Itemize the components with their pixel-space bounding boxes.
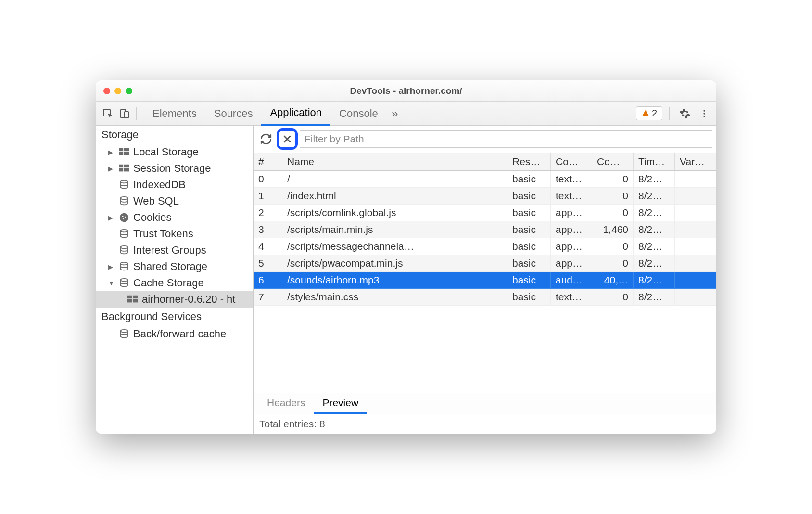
table-cell	[675, 171, 716, 188]
detail-tab-preview[interactable]: Preview	[314, 393, 367, 414]
column-header[interactable]: Var…	[675, 153, 716, 170]
sidebar-item-indexeddb[interactable]: IndexedDB	[96, 177, 253, 193]
minimize-window-button[interactable]	[114, 88, 121, 94]
table-cell: basic	[508, 171, 551, 188]
svg-rect-24	[127, 296, 132, 298]
svg-rect-7	[124, 148, 129, 151]
detail-tab-headers[interactable]: Headers	[258, 393, 314, 414]
sidebar-item-airhorner-0-6-20-ht[interactable]: airhorner-0.6.20 - ht	[96, 291, 253, 308]
table-row[interactable]: 5/scripts/pwacompat.min.jsbasicapp…08/2…	[254, 255, 716, 272]
table-cell: 8/2…	[634, 171, 675, 188]
maximize-window-button[interactable]	[126, 88, 132, 94]
table-cell: text…	[551, 171, 592, 188]
filter-input[interactable]	[300, 130, 712, 148]
svg-point-18	[125, 217, 126, 218]
table-row[interactable]: 7/styles/main.cssbasictext…08/2…	[254, 289, 716, 306]
table-cell: /scripts/main.min.js	[282, 221, 508, 238]
svg-rect-13	[124, 168, 129, 171]
table-cell: 0	[592, 188, 634, 205]
svg-rect-2	[125, 112, 128, 118]
sidebar-item-label: Session Storage	[133, 162, 211, 175]
table-row[interactable]: 3/scripts/main.min.jsbasicapp…1,4608/2…	[254, 221, 716, 238]
table-cell: basic	[508, 272, 551, 289]
device-toggle-icon[interactable]	[116, 105, 132, 122]
svg-rect-26	[127, 299, 132, 302]
table-cell: /sounds/airhorn.mp3	[282, 272, 508, 289]
table-cell: 0	[592, 171, 634, 188]
svg-point-23	[121, 279, 128, 282]
panel-tabs: ElementsSourcesApplicationConsole	[144, 102, 387, 126]
chevron-down-icon: ▼	[108, 280, 115, 287]
column-header[interactable]: Co…	[592, 153, 634, 170]
filter-row	[254, 126, 716, 153]
sidebar-section-title: Storage	[96, 126, 253, 144]
table-cell: 2	[254, 205, 282, 221]
table-cell: /styles/main.css	[282, 289, 508, 306]
close-window-button[interactable]	[103, 88, 110, 94]
sidebar-item-local-storage[interactable]: ▶Local Storage	[96, 144, 253, 160]
settings-gear-icon[interactable]	[677, 105, 693, 122]
inspect-icon[interactable]	[100, 105, 116, 122]
table-cell	[675, 238, 716, 255]
table-cell: app…	[551, 205, 592, 221]
db-icon	[119, 329, 129, 339]
sidebar-item-cookies[interactable]: ▶Cookies	[96, 209, 253, 226]
column-header[interactable]: Tim…	[634, 153, 675, 170]
column-header[interactable]: Res…	[508, 153, 551, 170]
clear-icon[interactable]	[280, 132, 294, 146]
table-cell: 0	[592, 238, 634, 255]
table-cell: 0	[592, 289, 634, 306]
table-row[interactable]: 6/sounds/airhorn.mp3basicaud…40,…8/2…	[254, 272, 716, 289]
table-row[interactable]: 2/scripts/comlink.global.jsbasicapp…08/2…	[254, 205, 716, 221]
warnings-badge[interactable]: 2	[636, 106, 662, 120]
kebab-menu-icon[interactable]	[696, 105, 712, 122]
table-cell: app…	[551, 238, 592, 255]
tab-sources[interactable]: Sources	[205, 102, 262, 126]
table-cell: app…	[551, 221, 592, 238]
sidebar-item-cache-storage[interactable]: ▼Cache Storage	[96, 275, 253, 291]
svg-point-15	[121, 197, 128, 200]
tab-application[interactable]: Application	[261, 102, 330, 126]
tab-elements[interactable]: Elements	[144, 102, 205, 126]
table-row[interactable]: 1/index.htmlbasictext…08/2…	[254, 188, 716, 205]
titlebar: DevTools - airhorner.com/	[96, 80, 716, 102]
chevron-right-icon: ▶	[108, 214, 115, 221]
table-cell: text…	[551, 188, 592, 205]
table-row[interactable]: 0/basictext…08/2…	[254, 171, 716, 188]
table-cell	[675, 272, 716, 289]
column-header[interactable]: Name	[282, 153, 508, 170]
grid-icon	[127, 295, 138, 304]
db-icon	[119, 245, 129, 256]
table-cell	[675, 205, 716, 221]
refresh-icon[interactable]	[257, 130, 275, 148]
table-cell: 4	[254, 238, 282, 255]
table-cell: basic	[508, 221, 551, 238]
table-cell: basic	[508, 255, 551, 272]
db-icon	[119, 196, 129, 206]
db-icon	[119, 229, 129, 239]
table-cell: 8/2…	[634, 221, 675, 238]
column-header[interactable]: #	[254, 153, 282, 170]
sidebar-item-back-forward-cache[interactable]: Back/forward cache	[96, 326, 253, 342]
table-row[interactable]: 4/scripts/messagechannela…basicapp…08/2…	[254, 238, 716, 255]
traffic-lights	[103, 88, 132, 94]
svg-point-17	[122, 216, 124, 217]
svg-point-28	[121, 330, 128, 333]
sidebar-item-web-sql[interactable]: Web SQL	[96, 193, 253, 209]
svg-rect-27	[133, 299, 138, 302]
window-title: DevTools - airhorner.com/	[96, 86, 716, 96]
sidebar-item-trust-tokens[interactable]: Trust Tokens	[96, 226, 253, 242]
tab-console[interactable]: Console	[330, 102, 387, 126]
svg-point-21	[121, 246, 128, 248]
table-cell: 0	[254, 171, 282, 188]
sidebar-item-interest-groups[interactable]: Interest Groups	[96, 242, 253, 258]
column-header[interactable]: Co…	[551, 153, 592, 170]
sidebar-item-session-storage[interactable]: ▶Session Storage	[96, 160, 253, 177]
svg-point-20	[121, 230, 128, 232]
svg-rect-9	[124, 152, 129, 155]
more-tabs-icon[interactable]: »	[387, 105, 403, 122]
table-cell: app…	[551, 255, 592, 272]
table-cell: 1,460	[592, 221, 634, 238]
table-cell: 8/2…	[634, 272, 675, 289]
sidebar-item-shared-storage[interactable]: ▶Shared Storage	[96, 258, 253, 275]
